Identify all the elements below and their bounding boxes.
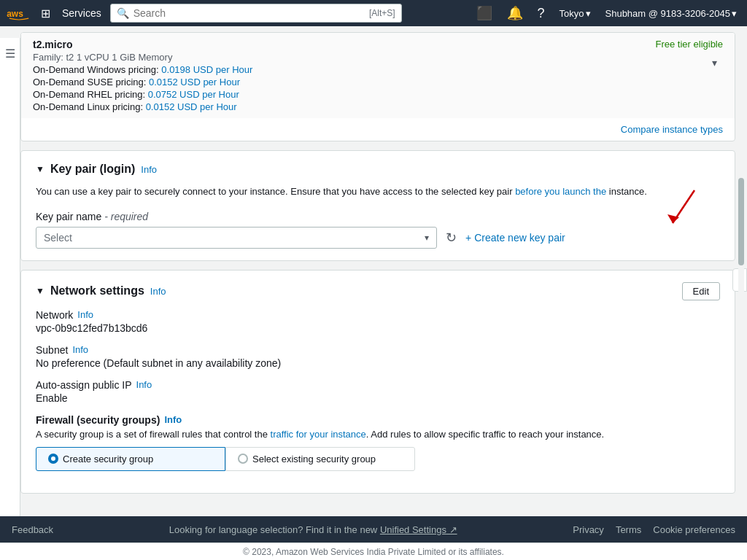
scrollbar[interactable] — [738, 26, 744, 531]
firewall-info-link[interactable]: Info — [164, 414, 182, 425]
cookie-preferences-link[interactable]: Cookie preferences — [653, 524, 735, 532]
network-field: Network Info vpc-0b9c12fed7b13bcd6 — [36, 309, 720, 334]
auto-assign-field: Auto-assign public IP Info Enable — [36, 379, 720, 404]
search-icon: 🔍 — [117, 7, 129, 19]
key-pair-placeholder: Select — [44, 232, 72, 244]
feedback-link[interactable]: Feedback — [12, 524, 53, 532]
linux-price-link[interactable]: 0.0152 USD per Hour — [146, 101, 237, 112]
sidebar-toggle: ☰ — [0, 38, 20, 531]
auto-assign-label: Auto-assign public IP Info — [36, 379, 720, 391]
help-icon[interactable]: ? — [533, 4, 549, 23]
region-label: Tokyo — [560, 8, 584, 19]
region-selector[interactable]: Tokyo ▾ — [555, 7, 595, 20]
footer-links: Privacy Terms Cookie preferences — [573, 524, 735, 532]
account-menu[interactable]: Shubham @ 9183-3206-2045 ▾ — [601, 7, 742, 20]
instance-type-card: t2.micro Family: t2 1 vCPU 1 GiB Memory … — [20, 32, 735, 141]
footer-top: Feedback Looking for language selection?… — [0, 516, 747, 531]
bell-icon[interactable]: 🔔 — [503, 4, 527, 23]
network-label: Network Info — [36, 309, 720, 321]
key-pair-section: ▼ Key pair (login) Info You can use a ke… — [20, 150, 735, 261]
windows-price-link[interactable]: 0.0198 USD per Hour — [161, 64, 252, 75]
select-sg-radio[interactable] — [238, 454, 248, 464]
create-key-plus-icon: + — [465, 232, 471, 244]
subnet-value: No preference (Default subnet in any ava… — [36, 357, 720, 369]
main-content: t2.micro Family: t2 1 vCPU 1 GiB Memory … — [20, 26, 735, 531]
privacy-link[interactable]: Privacy — [573, 524, 604, 532]
subnet-label: Subnet Info — [36, 344, 720, 356]
search-bar[interactable]: 🔍 [Alt+S] — [110, 4, 402, 23]
top-navigation: aws ⊞ Services 🔍 [Alt+S] ⬛ 🔔 ? Tokyo ▾ S… — [0, 0, 747, 26]
search-input[interactable] — [133, 7, 369, 19]
suse-price-link[interactable]: 0.0152 USD per Hour — [149, 77, 240, 88]
region-chevron: ▾ — [586, 8, 591, 19]
select-security-group-option[interactable]: Select existing security group — [225, 447, 415, 471]
network-settings-header-left: ▼ Network settings Info — [36, 284, 166, 298]
hamburger-icon[interactable]: ☰ — [2, 44, 18, 63]
network-label-info[interactable]: Info — [77, 309, 93, 320]
firewall-label: Firewall (security groups) Info — [36, 414, 720, 426]
network-collapse-arrow[interactable]: ▼ — [36, 286, 44, 296]
auto-assign-info-link[interactable]: Info — [136, 379, 152, 390]
create-new-key-pair-link[interactable]: + Create new key pair — [465, 232, 565, 244]
refresh-key-pairs-button[interactable]: ↻ — [443, 227, 460, 249]
unified-settings-link[interactable]: Unified Settings ↗ — [380, 524, 457, 532]
svg-text:aws: aws — [7, 9, 23, 19]
key-pair-field-label: Key pair name - required — [36, 211, 720, 222]
services-nav[interactable]: Services — [56, 4, 107, 22]
compare-instance-types-link[interactable]: Compare instance types — [621, 124, 723, 135]
key-pair-description: You can use a key pair to securely conne… — [36, 184, 720, 199]
firewall-description: A security group is a set of firewall ru… — [36, 429, 720, 440]
network-settings-title: Network settings — [50, 284, 144, 298]
key-pair-title: Key pair (login) — [50, 163, 135, 176]
language-message: Looking for language selection? Find it … — [169, 524, 457, 532]
instance-pricing-line-4: On-Demand Linux pricing: 0.0152 USD per … — [33, 101, 656, 112]
instance-header: t2.micro Family: t2 1 vCPU 1 GiB Memory … — [21, 33, 735, 118]
key-pair-header-left: ▼ Key pair (login) Info — [36, 163, 157, 176]
search-shortcut: [Alt+S] — [369, 8, 395, 18]
instance-type-title: t2.micro — [33, 39, 656, 50]
key-pair-info-link[interactable]: Info — [141, 164, 157, 175]
account-chevron: ▾ — [732, 8, 737, 19]
terminal-icon[interactable]: ⬛ — [472, 4, 497, 23]
free-tier-badge: Free tier eligible — [656, 39, 724, 50]
instance-pricing-line-3: On-Demand RHEL pricing: 0.0752 USD per H… — [33, 89, 656, 100]
create-sg-radio[interactable] — [48, 454, 58, 464]
key-pair-select-row: Select ▾ ↻ + Create new key pair — [36, 227, 720, 249]
key-pair-select-chevron: ▾ — [425, 233, 429, 243]
firewall-field: Firewall (security groups) Info A securi… — [36, 414, 720, 471]
network-settings-edit-button[interactable]: Edit — [682, 282, 720, 300]
create-sg-label: Create security group — [63, 454, 153, 464]
security-group-options: Create security group Select existing se… — [36, 447, 720, 471]
terms-link[interactable]: Terms — [616, 524, 641, 532]
create-security-group-option[interactable]: Create security group — [36, 447, 225, 471]
scrollbar-thumb[interactable] — [738, 178, 744, 265]
auto-assign-value: Enable — [36, 392, 720, 404]
instance-details: t2.micro Family: t2 1 vCPU 1 GiB Memory … — [33, 39, 656, 112]
nav-icons: ⬛ 🔔 ? Tokyo ▾ Shubham @ 9183-3206-2045 ▾ — [472, 4, 741, 23]
network-settings-section: ▼ Network settings Info Edit Network Inf… — [20, 270, 735, 494]
network-value: vpc-0b9c12fed7b13bcd6 — [36, 322, 720, 334]
instance-meta: Family: t2 1 vCPU 1 GiB Memory — [33, 52, 656, 63]
network-info-link[interactable]: Info — [150, 286, 166, 297]
subnet-field: Subnet Info No preference (Default subne… — [36, 344, 720, 369]
instance-pricing-line-2: On-Demand SUSE pricing: 0.0152 USD per H… — [33, 77, 656, 88]
aws-logo[interactable]: aws — [6, 4, 32, 22]
key-pair-desc-link[interactable]: before you launch the — [515, 186, 606, 197]
subnet-info-link[interactable]: Info — [72, 344, 88, 355]
grid-icon[interactable]: ⊞ — [38, 4, 53, 23]
instance-dropdown-arrow[interactable]: ▾ — [706, 55, 723, 70]
rhel-price-link[interactable]: 0.0752 USD per Hour — [148, 89, 239, 100]
select-sg-label: Select existing security group — [252, 454, 376, 464]
account-label: Shubham @ 9183-3206-2045 — [605, 8, 731, 19]
key-pair-select[interactable]: Select ▾ — [36, 227, 437, 249]
key-pair-header: ▼ Key pair (login) Info — [36, 163, 720, 176]
instance-pricing-line-1: On-Demand Windows pricing: 0.0198 USD pe… — [33, 64, 656, 75]
key-pair-collapse-arrow[interactable]: ▼ — [36, 164, 44, 174]
network-settings-header: ▼ Network settings Info Edit — [36, 282, 720, 300]
footer: Feedback Looking for language selection?… — [0, 516, 747, 531]
